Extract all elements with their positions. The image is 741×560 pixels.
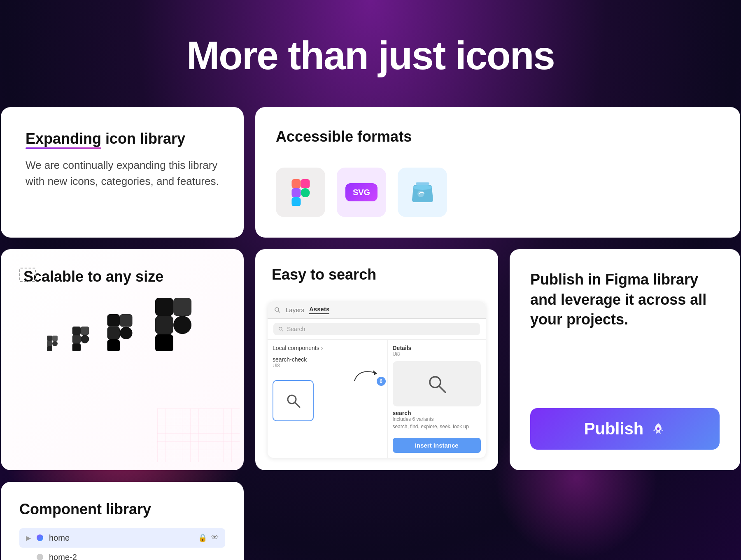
search-icon-ui [274,307,281,313]
search-item-includes: Includes 6 variants [393,416,481,422]
svg-rect-27 [155,334,173,352]
search-result-thumbnail [273,380,314,421]
publish-button[interactable]: Publish [530,408,720,450]
search-ui-mockup: Layers Assets Search Local components › [268,301,486,458]
eye-icon: 👁 [211,533,219,542]
expanding-description: We are continually expanding this librar… [26,157,219,189]
svg-rect-0 [291,179,301,188]
svg-rect-16 [72,335,81,343]
card-accessible: Accessible formats SVG [255,107,740,238]
search-right-panel: Details Ui8 search Includes 6 variants s… [388,340,486,458]
svg-rect-25 [173,298,191,316]
home-action-icons: 🔒 👁 [198,533,219,542]
component-list: ▶ home 🔒 👁 ▶ home-2 ▶ gear [19,528,225,560]
svg-line-32 [282,330,283,331]
svg-marker-33 [373,370,377,375]
svg-rect-17 [72,343,81,351]
svg-rect-19 [107,314,120,327]
svg-line-30 [278,311,280,313]
svg-rect-26 [155,316,173,334]
search-field[interactable]: Search [273,323,480,335]
search-item-desc: search, find, explore, seek, look up [393,424,481,429]
figma-icon-small [68,327,93,351]
search-input-area: Search [268,319,486,340]
search-item-name: search [393,410,481,416]
svg-format-icon: SVG [337,168,386,217]
svg-point-31 [279,327,282,330]
figma-icon-large [147,298,200,351]
details-title: Details [393,345,481,351]
scale-demo [19,298,225,351]
details-sub: Ui8 [393,351,481,357]
search-input-text: Search [287,326,305,332]
layers-tab: Layers [286,306,304,313]
card-search: Easy to search Layers Assets Search [255,249,498,470]
publish-button-label: Publish [584,420,643,438]
svg-rect-10 [52,336,58,341]
svg-rect-2 [291,188,301,197]
svg-rect-22 [107,339,120,351]
component-item-home2[interactable]: ▶ home-2 [19,548,225,560]
svg-point-7 [417,191,424,197]
component-item-home[interactable]: ▶ home 🔒 👁 [19,528,225,548]
component-title: Component library [19,500,225,518]
search-body: Local components › search-check Ui8 [268,340,486,458]
svg-rect-20 [120,314,133,327]
search-result-thumbnail-container: 6 [273,380,382,421]
component-dot-home [37,534,43,541]
svg-rect-8 [157,408,240,462]
svg-rect-1 [301,179,310,188]
svg-point-23 [120,327,133,340]
assets-tab: Assets [309,306,329,314]
svg-point-29 [275,308,279,311]
expanding-title: Expanding icon library [26,130,219,147]
svg-rect-15 [81,327,89,335]
large-search-preview [393,361,481,406]
format-icons-row: SVG [276,168,720,217]
figma-icon-medium [101,314,138,351]
svg-rect-9 [47,336,52,341]
svg-point-13 [52,341,58,346]
iconjar-format-icon [398,168,447,217]
svg-rect-24 [155,298,173,316]
svg-rect-5 [416,182,429,185]
variant-badge: 6 [377,377,386,386]
component-dot-home2 [37,554,43,560]
publish-title: Publish in Figma library and leverage it… [530,270,720,330]
svg-point-18 [81,335,89,343]
card-scalable: Scalable to any size [1,249,244,470]
component-label-home: home [49,533,70,543]
card-component: Component library ▶ home 🔒 👁 ▶ home-2 ▶ [1,482,244,560]
search-left-panel: Local components › search-check Ui8 [268,340,388,458]
svg-line-35 [295,402,300,407]
svg-rect-11 [47,341,52,346]
svg-rect-14 [72,327,81,335]
svg-rect-12 [47,346,52,351]
cards-grid: Expanding icon library We are continuall… [0,107,741,560]
accessible-title: Accessible formats [276,128,720,145]
rocket-icon [651,422,666,436]
svg-rect-3 [291,197,301,206]
figma-icon-tiny [44,336,60,351]
component-label-home2: home-2 [49,553,77,560]
search-title: Easy to search [272,266,482,283]
local-components-label: Local components › [273,345,382,351]
resize-handle-icon [19,268,36,282]
svg-line-37 [439,386,445,392]
scalable-title: Scalable to any size [23,268,225,285]
svg-point-4 [301,188,310,197]
search-card-header: Easy to search [255,249,498,301]
figma-format-icon [276,168,325,217]
svg-point-38 [657,427,659,430]
svg-point-28 [173,316,191,334]
expanding-title-highlight: Expanding [26,130,101,147]
card-publish: Publish in Figma library and leverage it… [510,249,740,470]
lock-icon: 🔒 [198,533,207,542]
svg-rect-21 [107,327,120,340]
page-title: More than just icons [186,33,554,78]
svg-point-6 [413,185,432,190]
card-expanding: Expanding icon library We are continuall… [1,107,244,238]
search-ui-topbar: Layers Assets [268,301,486,319]
insert-instance-button[interactable]: Insert instance [393,438,481,453]
